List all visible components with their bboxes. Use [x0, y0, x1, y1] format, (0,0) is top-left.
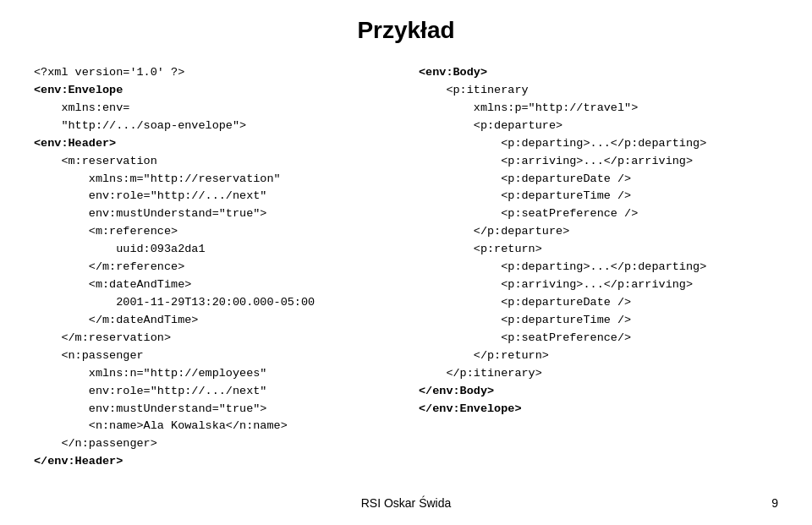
code-line: <p:departureTime /> [419, 188, 778, 205]
code-line: 2001-11-29T13:20:00.000-05:00 [34, 294, 393, 312]
code-line: <p:seatPreference/> [419, 330, 778, 347]
code-line: env:mustUnderstand="true"> [34, 401, 393, 418]
code-line: <m:reference> [34, 223, 393, 241]
code-line: <p:departing>...</p:departing> [419, 135, 778, 153]
code-line: </p:departure> [419, 223, 778, 241]
page-number: 9 [771, 496, 778, 510]
code-line: <p:arriving>...</p:arriving> [419, 276, 778, 294]
code-line: </env:Envelope> [419, 401, 778, 418]
right-column: <env:Body> <p:itinerary xmlns:p="http://… [410, 64, 778, 471]
code-line: </p:return> [419, 347, 778, 365]
code-line: </m:reservation> [34, 330, 393, 347]
code-line: <p:departureDate /> [419, 294, 778, 312]
code-line: <env:Header> [34, 135, 393, 153]
code-line: "http://.../soap-envelope"> [34, 118, 393, 135]
page-container: Przykład <?xml version='1.0' ?><env:Enve… [0, 0, 812, 525]
code-line: <p:itinerary [419, 82, 778, 100]
code-line: <p:seatPreference /> [419, 205, 778, 223]
code-line: uuid:093a2da1 [34, 241, 393, 259]
content-area: <?xml version='1.0' ?><env:Envelope xmln… [34, 64, 778, 471]
code-line: </m:reference> [34, 259, 393, 276]
code-line: </m:dateAndTime> [34, 312, 393, 330]
code-line: <p:return> [419, 241, 778, 259]
code-line: <p:departure> [419, 118, 778, 135]
page-title: Przykład [34, 17, 778, 44]
code-line: <p:departureDate /> [419, 171, 778, 189]
code-line: xmlns:m="http://reservation" [34, 171, 393, 189]
code-line: <p:arriving>...</p:arriving> [419, 153, 778, 171]
footer: RSI Oskar Świda [0, 496, 812, 510]
code-line: </env:Header> [34, 453, 393, 471]
code-line: xmlns:p="http://travel"> [419, 100, 778, 118]
code-line: <p:departureTime /> [419, 312, 778, 330]
code-line: <m:reservation [34, 153, 393, 171]
footer-text: RSI Oskar Świda [361, 496, 452, 510]
code-line: <env:Body> [419, 64, 778, 82]
code-line: xmlns:n="http://employees" [34, 365, 393, 383]
code-line: env:role="http://.../next" [34, 188, 393, 205]
code-line: <n:passenger [34, 347, 393, 365]
left-column: <?xml version='1.0' ?><env:Envelope xmln… [34, 64, 410, 471]
code-line: <?xml version='1.0' ?> [34, 64, 393, 82]
code-line: <n:name>Ala Kowalska</n:name> [34, 418, 393, 435]
code-line: env:role="http://.../next" [34, 383, 393, 401]
left-code-block: <?xml version='1.0' ?><env:Envelope xmln… [34, 64, 393, 471]
right-code-block: <env:Body> <p:itinerary xmlns:p="http://… [419, 64, 778, 418]
code-line: <env:Envelope [34, 82, 393, 100]
code-line: xmlns:env= [34, 100, 393, 118]
code-line: <m:dateAndTime> [34, 276, 393, 294]
code-line: </env:Body> [419, 383, 778, 401]
code-line: </p:itinerary> [419, 365, 778, 383]
code-line: env:mustUnderstand="true"> [34, 205, 393, 223]
code-line: </n:passenger> [34, 435, 393, 453]
code-line: <p:departing>...</p:departing> [419, 259, 778, 276]
